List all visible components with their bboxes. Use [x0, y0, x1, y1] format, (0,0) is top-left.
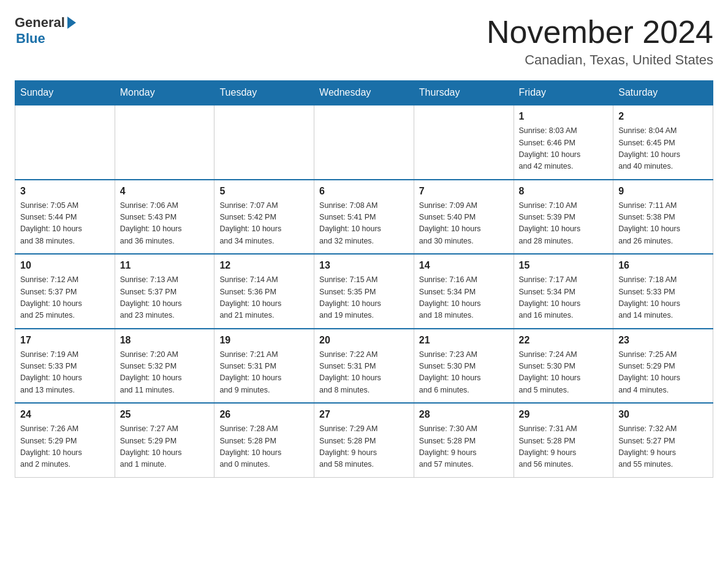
- day-info: Sunrise: 7:24 AM Sunset: 5:30 PM Dayligh…: [519, 349, 609, 397]
- day-info: Sunrise: 7:17 AM Sunset: 5:34 PM Dayligh…: [519, 274, 609, 322]
- day-info: Sunrise: 7:18 AM Sunset: 5:33 PM Dayligh…: [618, 274, 708, 322]
- day-number: 4: [120, 184, 210, 199]
- calendar-cell: 3Sunrise: 7:05 AM Sunset: 5:44 PM Daylig…: [15, 180, 115, 255]
- calendar-cell: 20Sunrise: 7:22 AM Sunset: 5:31 PM Dayli…: [314, 329, 414, 404]
- calendar-week-row: 24Sunrise: 7:26 AM Sunset: 5:29 PM Dayli…: [15, 403, 713, 477]
- day-number: 14: [419, 258, 509, 273]
- day-number: 5: [219, 184, 309, 199]
- day-number: 17: [20, 333, 110, 348]
- day-of-week-header: Sunday: [15, 81, 115, 105]
- day-info: Sunrise: 7:06 AM Sunset: 5:43 PM Dayligh…: [120, 200, 210, 248]
- day-number: 29: [519, 407, 609, 422]
- day-info: Sunrise: 7:30 AM Sunset: 5:28 PM Dayligh…: [419, 423, 509, 471]
- calendar-cell: 9Sunrise: 7:11 AM Sunset: 5:38 PM Daylig…: [613, 180, 713, 255]
- calendar-week-row: 17Sunrise: 7:19 AM Sunset: 5:33 PM Dayli…: [15, 329, 713, 404]
- day-info: Sunrise: 7:12 AM Sunset: 5:37 PM Dayligh…: [20, 274, 110, 322]
- calendar-cell: 23Sunrise: 7:25 AM Sunset: 5:29 PM Dayli…: [613, 329, 713, 404]
- day-number: 3: [20, 184, 110, 199]
- header-row: SundayMondayTuesdayWednesdayThursdayFrid…: [15, 81, 713, 105]
- calendar-cell: 28Sunrise: 7:30 AM Sunset: 5:28 PM Dayli…: [414, 403, 514, 477]
- day-info: Sunrise: 7:16 AM Sunset: 5:34 PM Dayligh…: [419, 274, 509, 322]
- calendar-cell: 16Sunrise: 7:18 AM Sunset: 5:33 PM Dayli…: [613, 254, 713, 329]
- calendar-cell: 1Sunrise: 8:03 AM Sunset: 6:46 PM Daylig…: [514, 105, 613, 180]
- calendar-week-row: 3Sunrise: 7:05 AM Sunset: 5:44 PM Daylig…: [15, 180, 713, 255]
- day-info: Sunrise: 7:15 AM Sunset: 5:35 PM Dayligh…: [319, 274, 409, 322]
- day-of-week-header: Thursday: [414, 81, 514, 105]
- page-header: General Blue November 2024 Canadian, Tex…: [15, 15, 713, 68]
- calendar-cell: 8Sunrise: 7:10 AM Sunset: 5:39 PM Daylig…: [514, 180, 613, 255]
- calendar-cell: [314, 105, 414, 180]
- day-number: 7: [419, 184, 509, 199]
- day-of-week-header: Friday: [514, 81, 613, 105]
- calendar-cell: 17Sunrise: 7:19 AM Sunset: 5:33 PM Dayli…: [15, 329, 115, 404]
- day-number: 16: [618, 258, 708, 273]
- day-number: 24: [20, 407, 110, 422]
- day-info: Sunrise: 7:19 AM Sunset: 5:33 PM Dayligh…: [20, 349, 110, 397]
- calendar-cell: 11Sunrise: 7:13 AM Sunset: 5:37 PM Dayli…: [115, 254, 214, 329]
- day-info: Sunrise: 7:11 AM Sunset: 5:38 PM Dayligh…: [618, 200, 708, 248]
- day-number: 18: [120, 333, 210, 348]
- day-number: 8: [519, 184, 609, 199]
- calendar-cell: [15, 105, 115, 180]
- calendar-header: SundayMondayTuesdayWednesdayThursdayFrid…: [15, 81, 713, 105]
- calendar-table: SundayMondayTuesdayWednesdayThursdayFrid…: [15, 80, 713, 478]
- day-number: 28: [419, 407, 509, 422]
- day-number: 22: [519, 333, 609, 348]
- day-of-week-header: Monday: [115, 81, 214, 105]
- calendar-subtitle: Canadian, Texas, United States: [487, 52, 713, 68]
- day-info: Sunrise: 7:07 AM Sunset: 5:42 PM Dayligh…: [219, 200, 309, 248]
- calendar-cell: 15Sunrise: 7:17 AM Sunset: 5:34 PM Dayli…: [514, 254, 613, 329]
- day-info: Sunrise: 7:22 AM Sunset: 5:31 PM Dayligh…: [319, 349, 409, 397]
- day-info: Sunrise: 7:21 AM Sunset: 5:31 PM Dayligh…: [219, 349, 309, 397]
- calendar-cell: 21Sunrise: 7:23 AM Sunset: 5:30 PM Dayli…: [414, 329, 514, 404]
- calendar-cell: 29Sunrise: 7:31 AM Sunset: 5:28 PM Dayli…: [514, 403, 613, 477]
- day-info: Sunrise: 7:14 AM Sunset: 5:36 PM Dayligh…: [219, 274, 309, 322]
- day-number: 2: [618, 109, 708, 124]
- day-info: Sunrise: 7:13 AM Sunset: 5:37 PM Dayligh…: [120, 274, 210, 322]
- day-number: 1: [519, 109, 609, 124]
- calendar-cell: 26Sunrise: 7:28 AM Sunset: 5:28 PM Dayli…: [214, 403, 314, 477]
- calendar-cell: 24Sunrise: 7:26 AM Sunset: 5:29 PM Dayli…: [15, 403, 115, 477]
- day-info: Sunrise: 7:20 AM Sunset: 5:32 PM Dayligh…: [120, 349, 210, 397]
- day-info: Sunrise: 7:26 AM Sunset: 5:29 PM Dayligh…: [20, 423, 110, 471]
- calendar-cell: [214, 105, 314, 180]
- calendar-cell: 7Sunrise: 7:09 AM Sunset: 5:40 PM Daylig…: [414, 180, 514, 255]
- calendar-cell: 19Sunrise: 7:21 AM Sunset: 5:31 PM Dayli…: [214, 329, 314, 404]
- day-number: 13: [319, 258, 409, 273]
- calendar-cell: 13Sunrise: 7:15 AM Sunset: 5:35 PM Dayli…: [314, 254, 414, 329]
- calendar-cell: 5Sunrise: 7:07 AM Sunset: 5:42 PM Daylig…: [214, 180, 314, 255]
- day-info: Sunrise: 7:10 AM Sunset: 5:39 PM Dayligh…: [519, 200, 609, 248]
- logo-blue-text: Blue: [16, 31, 45, 47]
- day-number: 6: [319, 184, 409, 199]
- day-number: 27: [319, 407, 409, 422]
- day-info: Sunrise: 8:04 AM Sunset: 6:45 PM Dayligh…: [618, 125, 708, 173]
- calendar-cell: [115, 105, 214, 180]
- day-of-week-header: Tuesday: [214, 81, 314, 105]
- day-number: 11: [120, 258, 210, 273]
- calendar-cell: 6Sunrise: 7:08 AM Sunset: 5:41 PM Daylig…: [314, 180, 414, 255]
- day-number: 20: [319, 333, 409, 348]
- day-number: 23: [618, 333, 708, 348]
- calendar-cell: 27Sunrise: 7:29 AM Sunset: 5:28 PM Dayli…: [314, 403, 414, 477]
- day-number: 15: [519, 258, 609, 273]
- day-number: 30: [618, 407, 708, 422]
- day-info: Sunrise: 7:25 AM Sunset: 5:29 PM Dayligh…: [618, 349, 708, 397]
- day-info: Sunrise: 7:23 AM Sunset: 5:30 PM Dayligh…: [419, 349, 509, 397]
- calendar-week-row: 1Sunrise: 8:03 AM Sunset: 6:46 PM Daylig…: [15, 105, 713, 180]
- day-info: Sunrise: 7:27 AM Sunset: 5:29 PM Dayligh…: [120, 423, 210, 471]
- calendar-cell: [414, 105, 514, 180]
- calendar-cell: 30Sunrise: 7:32 AM Sunset: 5:27 PM Dayli…: [613, 403, 713, 477]
- calendar-week-row: 10Sunrise: 7:12 AM Sunset: 5:37 PM Dayli…: [15, 254, 713, 329]
- day-number: 21: [419, 333, 509, 348]
- day-number: 12: [219, 258, 309, 273]
- calendar-cell: 4Sunrise: 7:06 AM Sunset: 5:43 PM Daylig…: [115, 180, 214, 255]
- day-info: Sunrise: 7:28 AM Sunset: 5:28 PM Dayligh…: [219, 423, 309, 471]
- calendar-cell: 18Sunrise: 7:20 AM Sunset: 5:32 PM Dayli…: [115, 329, 214, 404]
- day-of-week-header: Saturday: [613, 81, 713, 105]
- title-block: November 2024 Canadian, Texas, United St…: [487, 15, 713, 68]
- day-number: 19: [219, 333, 309, 348]
- calendar-cell: 22Sunrise: 7:24 AM Sunset: 5:30 PM Dayli…: [514, 329, 613, 404]
- calendar-cell: 25Sunrise: 7:27 AM Sunset: 5:29 PM Dayli…: [115, 403, 214, 477]
- calendar-cell: 14Sunrise: 7:16 AM Sunset: 5:34 PM Dayli…: [414, 254, 514, 329]
- day-info: Sunrise: 7:09 AM Sunset: 5:40 PM Dayligh…: [419, 200, 509, 248]
